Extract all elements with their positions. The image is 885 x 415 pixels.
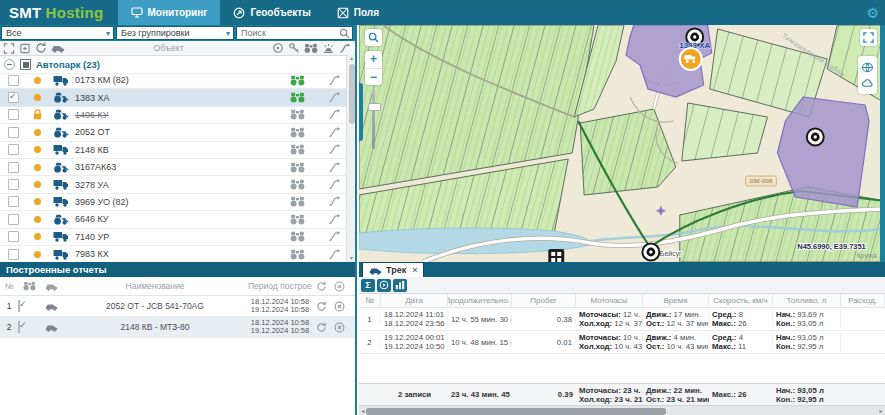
route-toolbar-icon[interactable] [339, 43, 352, 54]
vehicle-marker[interactable] [680, 48, 702, 70]
vehicle-checkbox[interactable] [8, 162, 19, 173]
binoculars-icon[interactable] [289, 249, 305, 260]
binoculars-icon[interactable] [289, 231, 305, 242]
fit-screen-icon[interactable] [3, 43, 15, 54]
collapse-group-icon[interactable] [4, 59, 15, 70]
zoom-out-button[interactable]: − [365, 69, 382, 86]
search-input[interactable] [241, 28, 348, 38]
scroll-right-arrow[interactable] [877, 406, 885, 415]
report-delete-icon[interactable] [330, 301, 348, 312]
scroll-up-arrow[interactable] [348, 54, 355, 62]
route-icon[interactable] [327, 144, 342, 155]
vehicle-checkbox[interactable] [8, 144, 19, 155]
weather-cloud-icon[interactable] [861, 79, 874, 88]
report-delete-icon[interactable] [330, 322, 348, 333]
geozone-marker[interactable] [642, 244, 659, 261]
zoom-slider-handle[interactable] [368, 103, 381, 111]
play-track-button[interactable] [377, 279, 391, 292]
vehicle-row[interactable]: 7983 КХ [0, 246, 346, 262]
zoom-slider-track[interactable] [372, 89, 375, 149]
beacon-icon[interactable] [322, 42, 335, 54]
route-icon[interactable] [327, 231, 342, 242]
vehicle-row[interactable]: 7140 УР [0, 229, 346, 246]
tab-track[interactable]: Трек × [362, 262, 424, 277]
vehicle-row[interactable]: 2052 ОТ [0, 124, 346, 141]
route-icon[interactable] [327, 109, 342, 120]
route-icon[interactable] [327, 249, 342, 260]
map-canvas[interactable]: Тимашевский район 03К-008 Бейсуг Крупск … [359, 25, 885, 262]
scope-dropdown[interactable]: Все [1, 26, 114, 40]
binoculars-toolbar-icon[interactable] [304, 43, 318, 54]
route-icon[interactable] [327, 92, 342, 103]
route-icon[interactable] [327, 214, 342, 225]
tab-close-icon[interactable]: × [412, 265, 417, 275]
track-row[interactable]: 1 18.12.2024 11:0118.12.2024 23:56 12 ч.… [359, 308, 885, 331]
binoculars-icon[interactable] [289, 162, 305, 173]
vehicle-checkbox[interactable] [8, 231, 19, 242]
report-checkbox[interactable] [18, 321, 20, 333]
chart-button[interactable] [393, 279, 407, 292]
vehicle-row[interactable]: 0173 КМ (82) [0, 72, 346, 89]
scroll-down-arrow[interactable] [348, 254, 355, 262]
vehicle-checkbox[interactable] [8, 92, 19, 103]
binoculars-icon[interactable] [289, 144, 305, 155]
binoculars-icon[interactable] [289, 109, 305, 120]
geozone-marker[interactable] [807, 129, 824, 146]
binoculars-icon[interactable] [289, 214, 305, 225]
vehicle-checkbox[interactable] [8, 214, 19, 225]
vehicle-checkbox[interactable] [8, 179, 19, 190]
refresh-icon[interactable] [35, 42, 47, 54]
report-refresh-icon[interactable] [312, 301, 330, 312]
left-panel-collapse-handle[interactable] [359, 83, 363, 141]
binoculars-icon[interactable] [289, 75, 305, 86]
binoculars-icon[interactable] [289, 196, 305, 207]
route-icon[interactable] [327, 179, 342, 190]
settings-gear-icon[interactable] [866, 0, 879, 25]
vehicle-row[interactable]: 1406 КУ [0, 107, 346, 124]
report-car-icon[interactable] [40, 323, 62, 332]
fullscreen-button[interactable] [860, 29, 877, 46]
vehicle-checkbox[interactable] [8, 249, 19, 260]
report-car-icon[interactable] [40, 302, 62, 311]
route-icon[interactable] [327, 127, 342, 138]
vehicle-checkbox[interactable] [8, 75, 19, 86]
vehicle-filter-icon[interactable] [51, 43, 65, 53]
scrollbar-thumb[interactable] [366, 408, 666, 415]
route-icon[interactable] [327, 162, 342, 173]
zoom-in-button[interactable]: + [365, 51, 382, 69]
report-row[interactable]: 2 2148 КВ - МТЗ-80 18.12.2024 10:58 19.1… [0, 317, 355, 338]
map-search-button[interactable] [365, 29, 382, 46]
expand-list-icon[interactable] [19, 43, 31, 54]
layers-globe-icon[interactable] [861, 62, 874, 73]
binoculars-icon[interactable] [289, 179, 305, 190]
report-checkbox[interactable] [18, 300, 20, 312]
tab-geoobjects[interactable]: Геообъекты [220, 0, 323, 25]
tab-monitoring[interactable]: Мониторинг [118, 0, 221, 25]
vehicle-row[interactable]: 6646 КУ [0, 211, 346, 228]
vehicle-row[interactable]: 3278 УА [0, 176, 346, 193]
vehicle-checkbox[interactable] [8, 109, 19, 120]
vehicle-checkbox[interactable] [8, 196, 19, 207]
vehicle-row[interactable]: 2148 КВ [0, 142, 346, 159]
group-checkbox[interactable] [20, 59, 31, 70]
vehicle-checkbox[interactable] [8, 127, 19, 138]
key-icon[interactable] [288, 42, 300, 54]
track-row[interactable]: 2 19.12.2024 00:0119.12.2024 10:50 10 ч.… [359, 331, 885, 354]
report-row[interactable]: 1 2052 ОТ - JCB 541-70AG 18.12.2024 10:5… [0, 296, 355, 317]
vehicle-list-scrollbar[interactable] [346, 54, 355, 262]
binoculars-icon[interactable] [289, 92, 305, 103]
route-icon[interactable] [327, 75, 342, 86]
report-refresh-icon[interactable] [312, 322, 330, 333]
vehicle-row[interactable]: 3969 УО (82) [0, 194, 346, 211]
tab-fields[interactable]: Поля [324, 0, 392, 25]
right-panel-collapse-handle[interactable] [880, 25, 885, 262]
scrollbar-thumb[interactable] [349, 64, 355, 124]
binoculars-icon[interactable] [289, 127, 305, 138]
grouping-dropdown[interactable]: Без группировки [116, 26, 234, 40]
search-icon[interactable] [339, 28, 350, 39]
geo-circle-icon[interactable] [272, 42, 284, 54]
vehicle-row[interactable]: 3167АК63 [0, 159, 346, 176]
vehicle-row[interactable]: 1383 ХА [0, 89, 346, 106]
track-horizontal-scrollbar[interactable] [359, 405, 885, 415]
totals-button[interactable] [361, 279, 375, 292]
